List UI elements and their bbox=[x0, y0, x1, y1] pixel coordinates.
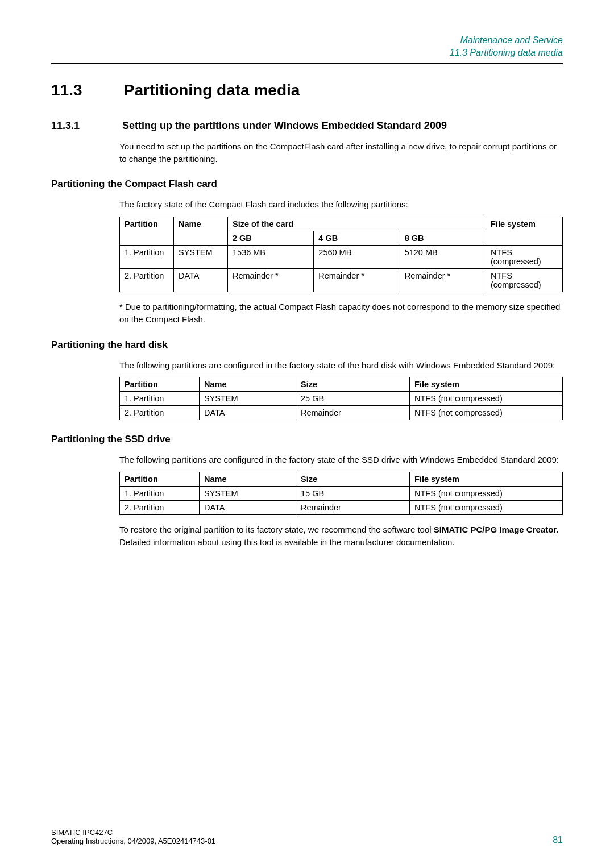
th-size: Size bbox=[296, 472, 410, 487]
cell: 15 GB bbox=[296, 487, 410, 501]
th-8gb: 8 GB bbox=[400, 231, 486, 246]
cell: NTFS (not compressed) bbox=[410, 406, 563, 420]
hd-intro: The following partitions are configured … bbox=[119, 359, 563, 372]
ssd-tail-bold: SIMATIC PC/PG Image Creator. bbox=[434, 525, 559, 534]
page-number: 81 bbox=[553, 835, 563, 845]
subsection-title: Setting up the partitions under Windows … bbox=[122, 120, 447, 131]
th-partition: Partition bbox=[120, 472, 200, 487]
subsection-number: 11.3.1 bbox=[51, 120, 119, 132]
th-size: Size bbox=[296, 377, 410, 392]
footer-left: SIMATIC IPC427C Operating Instructions, … bbox=[51, 828, 215, 845]
ssd-intro: The following partitions are configured … bbox=[119, 454, 563, 466]
cell: Remainder * bbox=[400, 269, 486, 292]
th-name: Name bbox=[200, 377, 296, 392]
cell: NTFS (not compressed) bbox=[410, 392, 563, 406]
table-header-row: Partition Name Size of the card File sys… bbox=[120, 217, 563, 231]
table-row: 2. Partition DATA Remainder NTFS (not co… bbox=[120, 501, 563, 515]
section-heading: 11.3 Partitioning data media bbox=[51, 81, 563, 99]
cf-intro: The factory state of the Compact Flash c… bbox=[119, 198, 563, 211]
cell: Remainder * bbox=[228, 269, 314, 292]
ssd-tail-pre: To restore the original partition to its… bbox=[119, 525, 434, 534]
section-title: Partitioning data media bbox=[124, 81, 300, 99]
th-partition: Partition bbox=[120, 377, 200, 392]
cf-footnote: * Due to partitioning/formatting, the ac… bbox=[119, 301, 563, 326]
cell: 1. Partition bbox=[120, 487, 200, 501]
cf-table: Partition Name Size of the card File sys… bbox=[119, 217, 563, 292]
running-head-l1: Maintenance and Service bbox=[51, 34, 563, 47]
cell: NTFS (not compressed) bbox=[410, 501, 563, 515]
cell: 1536 MB bbox=[228, 246, 314, 269]
table-row: 1. Partition SYSTEM 1536 MB 2560 MB 5120… bbox=[120, 246, 563, 269]
cell: NTFS (not compressed) bbox=[410, 487, 563, 501]
table-row: 2. Partition DATA Remainder * Remainder … bbox=[120, 269, 563, 292]
th-2gb: 2 GB bbox=[228, 231, 314, 246]
cell: NTFS (compressed) bbox=[486, 269, 563, 292]
th-name: Name bbox=[200, 472, 296, 487]
table-header-row: Partition Name Size File system bbox=[120, 377, 563, 392]
running-head: Maintenance and Service 11.3 Partitionin… bbox=[51, 34, 563, 60]
table-row: 1. Partition SYSTEM 15 GB NTFS (not comp… bbox=[120, 487, 563, 501]
header-divider bbox=[51, 63, 563, 64]
ssd-heading: Partitioning the SSD drive bbox=[51, 434, 563, 445]
th-sizecard: Size of the card bbox=[228, 217, 486, 231]
hd-heading: Partitioning the hard disk bbox=[51, 339, 563, 351]
cell: 2. Partition bbox=[120, 406, 200, 420]
ssd-tail: To restore the original partition to its… bbox=[119, 524, 563, 549]
page-footer: SIMATIC IPC427C Operating Instructions, … bbox=[51, 828, 563, 845]
th-fs: File system bbox=[410, 377, 563, 392]
cell: DATA bbox=[200, 406, 296, 420]
para-intro: You need to set up the partitions on the… bbox=[119, 140, 563, 165]
cell: 1. Partition bbox=[120, 246, 174, 269]
table-row: 2. Partition DATA Remainder NTFS (not co… bbox=[120, 406, 563, 420]
th-name: Name bbox=[174, 217, 228, 246]
cell: 1. Partition bbox=[120, 392, 200, 406]
ssd-tail-post: Detailed information about using this to… bbox=[119, 537, 455, 547]
table-header-row: Partition Name Size File system bbox=[120, 472, 563, 487]
cell: SYSTEM bbox=[174, 246, 228, 269]
cell: 2560 MB bbox=[314, 246, 400, 269]
th-partition: Partition bbox=[120, 217, 174, 246]
cell: Remainder bbox=[296, 501, 410, 515]
cell: DATA bbox=[174, 269, 228, 292]
running-head-l2: 11.3 Partitioning data media bbox=[51, 47, 563, 59]
cell: 25 GB bbox=[296, 392, 410, 406]
ssd-table: Partition Name Size File system 1. Parti… bbox=[119, 472, 563, 515]
table-row: 1. Partition SYSTEM 25 GB NTFS (not comp… bbox=[120, 392, 563, 406]
th-fs: File system bbox=[486, 217, 563, 246]
footer-product: SIMATIC IPC427C bbox=[51, 828, 215, 837]
subsection-heading: 11.3.1 Setting up the partitions under W… bbox=[51, 120, 563, 132]
cf-heading: Partitioning the Compact Flash card bbox=[51, 178, 563, 190]
cell: Remainder bbox=[296, 406, 410, 420]
cell: DATA bbox=[200, 501, 296, 515]
footer-docinfo: Operating Instructions, 04/2009, A5E0241… bbox=[51, 837, 215, 845]
section-number: 11.3 bbox=[51, 81, 119, 99]
th-fs: File system bbox=[410, 472, 563, 487]
hd-table: Partition Name Size File system 1. Parti… bbox=[119, 377, 563, 420]
cell: NTFS (compressed) bbox=[486, 246, 563, 269]
cell: SYSTEM bbox=[200, 487, 296, 501]
cell: Remainder * bbox=[314, 269, 400, 292]
th-4gb: 4 GB bbox=[314, 231, 400, 246]
cell: 5120 MB bbox=[400, 246, 486, 269]
cell: 2. Partition bbox=[120, 269, 174, 292]
cell: SYSTEM bbox=[200, 392, 296, 406]
cell: 2. Partition bbox=[120, 501, 200, 515]
